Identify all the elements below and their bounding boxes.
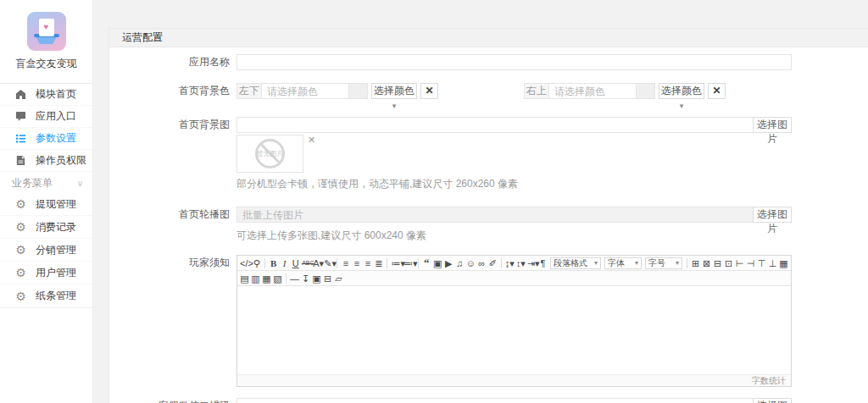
align-right-icon[interactable]: ≡ xyxy=(362,256,373,271)
service-qr-label: 客服微信二维码 xyxy=(109,398,236,403)
remove-format-icon[interactable]: ✐ xyxy=(487,256,498,271)
insert-row-below-icon[interactable]: ▥ xyxy=(250,271,261,286)
horizontal-rule-icon[interactable]: — xyxy=(289,271,300,286)
carousel-input[interactable] xyxy=(236,207,753,223)
app-name-row: 应用名称 xyxy=(109,54,868,70)
bg-color-right-clear-button[interactable]: ✕ xyxy=(708,83,726,99)
insert-row-icon[interactable]: ⊢ xyxy=(734,256,745,271)
params-icon xyxy=(14,133,27,144)
bg-color-left-pick-button[interactable]: 选择颜色 ▾ xyxy=(371,83,417,99)
bg-color-left-input[interactable] xyxy=(262,83,349,99)
source-code-icon[interactable]: </> xyxy=(239,256,251,271)
bg-image-preview: 暂无图片 xyxy=(236,135,303,173)
split-col-icon[interactable]: ⊥ xyxy=(767,256,778,271)
section-label: 业务菜单 xyxy=(12,176,53,190)
strikethrough-icon[interactable]: ABC xyxy=(301,256,312,271)
editor-toolbar-row-1: </>⚲BIUABCA▾✎▾≡≡≡≣≔▾≕▾“▣▶♫☺∞✐↨▾↕▾⇥▾¶段落格式… xyxy=(237,256,791,271)
bg-color-right-pick-button[interactable]: 选择颜色 ▾ xyxy=(659,83,704,99)
bg-image-row: 首页背景图 选择图片 暂无图片 ✕ 部分机型会卡顿，谨慎使用，动态平铺,建议尺寸… xyxy=(109,117,868,191)
toolbar-separator xyxy=(687,258,687,268)
paste-icon[interactable]: ▱ xyxy=(333,271,344,286)
sidebar-section-business-menu[interactable]: 业务菜单 ∨ xyxy=(0,174,92,193)
sidebar-item-notes-management[interactable]: ⚙ 纸条管理 xyxy=(0,284,92,307)
font-color-icon[interactable]: A▾ xyxy=(312,256,323,271)
bold-icon[interactable]: B xyxy=(268,256,279,271)
page-break-icon[interactable]: ▣ xyxy=(311,271,322,286)
emoji-icon[interactable]: ☺ xyxy=(465,256,476,271)
chevron-down-icon: ∨ xyxy=(77,179,83,188)
business-menu: ⚙ 提现管理 ⚙ 消费记录 ⚙ 分销管理 ⚙ 用户管理 ⚙ 纸条管理 xyxy=(0,193,92,308)
caret-down-icon: ▾ xyxy=(676,259,679,267)
bg-image-remove-icon[interactable]: ✕ xyxy=(308,135,315,173)
insert-col-left-icon[interactable]: ▦ xyxy=(261,271,272,286)
sidebar-header: ♥ 盲盒交友变现 xyxy=(0,12,92,84)
insert-table-icon[interactable]: ⊞ xyxy=(690,256,701,271)
sidebar-item-consume-records[interactable]: ⚙ 消费记录 xyxy=(0,216,92,239)
caret-down-icon: ▾ xyxy=(635,259,638,267)
unordered-list-icon[interactable]: ≔▾ xyxy=(390,256,403,271)
insert-music-icon[interactable]: ♫ xyxy=(454,256,465,271)
insert-col-right-icon[interactable]: ▧ xyxy=(272,271,283,286)
italic-icon[interactable]: I xyxy=(279,256,290,271)
underline-icon[interactable]: U xyxy=(290,256,301,271)
table-title-icon[interactable]: ⊟ xyxy=(712,256,723,271)
sidebar-item-label: 操作员权限 xyxy=(36,153,86,168)
bg-color-left-clear-button[interactable]: ✕ xyxy=(420,83,438,99)
sidebar-item-distribution-management[interactable]: ⚙ 分销管理 xyxy=(0,239,92,262)
sidebar-item-app-entry[interactable]: 应用入口 xyxy=(0,106,92,128)
insert-col-icon[interactable]: ⊣ xyxy=(745,256,756,271)
paragraph-spacing-icon[interactable]: ↨▾ xyxy=(504,256,515,271)
app-logo: ♥ xyxy=(27,12,66,51)
highlight-color-icon[interactable]: ✎▾ xyxy=(323,256,334,271)
insert-image-icon[interactable]: ▣ xyxy=(432,256,443,271)
bg-image-input[interactable] xyxy=(236,117,753,133)
line-height-icon[interactable]: ↕▾ xyxy=(515,256,526,271)
blockquote-icon[interactable]: “ xyxy=(421,256,432,271)
bg-color-left-swatch[interactable] xyxy=(349,83,368,99)
autotypeset-icon[interactable]: ¶ xyxy=(537,256,548,271)
link-icon[interactable]: ∞ xyxy=(476,256,487,271)
bg-image-choose-button[interactable]: 选择图片 xyxy=(753,117,792,133)
sidebar-item-user-management[interactable]: ⚙ 用户管理 xyxy=(0,262,92,284)
bg-color-right-swatch[interactable] xyxy=(637,83,655,99)
service-qr-input[interactable] xyxy=(236,398,753,403)
merge-cells-icon[interactable]: ⊡ xyxy=(723,256,734,271)
sidebar-item-operator-permission[interactable]: 操作员权限 xyxy=(0,150,92,172)
indent-icon[interactable]: ⇥▾ xyxy=(526,256,537,271)
bg-image-label: 首页背景图 xyxy=(109,117,236,191)
sidebar-item-module-home[interactable]: 模块首页 xyxy=(0,84,92,106)
ordered-list-icon[interactable]: ≕▾ xyxy=(403,256,415,271)
delete-table-icon[interactable]: ⊠ xyxy=(701,256,712,271)
sidebar-item-withdraw-management[interactable]: ⚙ 提现管理 xyxy=(0,193,92,216)
paragraph-format-select[interactable]: 段落格式▾ xyxy=(550,257,601,269)
bg-color-left-prefix: 左下 xyxy=(236,83,262,99)
print-icon[interactable]: ⊟ xyxy=(322,271,333,286)
carousel-choose-button[interactable]: 选择图片 xyxy=(753,207,792,223)
insert-video-icon[interactable]: ▶ xyxy=(443,256,454,271)
sidebar-item-params-settings[interactable]: 参数设置 xyxy=(0,128,92,150)
operator-doc-icon xyxy=(14,155,27,166)
font-size-select[interactable]: 字号▾ xyxy=(645,257,682,269)
align-left-icon[interactable]: ≡ xyxy=(340,256,351,271)
service-qr-choose-button[interactable]: 选择图片 xyxy=(753,398,792,403)
split-row-icon[interactable]: ⊤ xyxy=(756,256,767,271)
caret-down-icon: ▾ xyxy=(680,102,684,110)
align-center-icon[interactable]: ≡ xyxy=(351,256,362,271)
bg-image-hint: 部分机型会卡顿，谨慎使用，动态平铺,建议尺寸 260x260 像素 xyxy=(236,177,792,191)
app-name: 盲盒交友变现 xyxy=(0,57,92,71)
bg-color-right-input[interactable] xyxy=(549,83,637,99)
anchor-icon[interactable]: ↧ xyxy=(300,271,311,286)
caret-down-icon: ▾ xyxy=(392,102,397,110)
preview-icon[interactable]: ⚲ xyxy=(251,256,262,271)
insert-row-above-icon[interactable]: ▤ xyxy=(239,271,250,286)
table-style-icon[interactable]: ▦ xyxy=(778,256,789,271)
sidebar-item-label: 应用入口 xyxy=(36,109,76,124)
heart-icon: ♥ xyxy=(44,23,49,31)
align-justify-icon[interactable]: ≣ xyxy=(373,256,384,271)
editor-content-area[interactable] xyxy=(237,286,791,374)
gear-icon: ⚙ xyxy=(14,243,27,257)
app-name-input[interactable] xyxy=(236,54,792,70)
bg-color-row: 首页背景色 左下 选择颜色 ▾ ✕ 右上 选择颜色 ▾ ✕ xyxy=(109,83,868,99)
sidebar-item-label: 提现管理 xyxy=(36,197,76,212)
font-family-select[interactable]: 字体▾ xyxy=(604,257,642,269)
